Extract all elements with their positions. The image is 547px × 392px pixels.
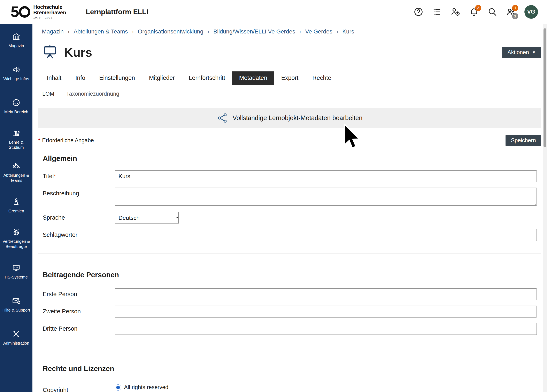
breadcrumb-separator: › [132, 28, 134, 35]
breadcrumb-separator: › [299, 28, 301, 35]
tab-lernfortschritt[interactable]: Lernfortschritt [182, 71, 232, 85]
erste-person-label: Erste Person [43, 288, 115, 297]
svg-text:?: ? [18, 302, 19, 303]
contacts-button[interactable]: 1 1 [506, 7, 516, 17]
section-title-rechte: Rechte und Lizenzen [43, 365, 537, 373]
breadcrumb-link-orgentwicklung[interactable]: Organisationsentwicklung [138, 28, 203, 35]
sidebar-item-abteilungen-teams[interactable]: Abteilungen & Teams [0, 156, 33, 189]
logo-ring [19, 6, 30, 18]
contacts-badge-bottom: 1 [512, 13, 518, 19]
app-title: Lernplattform ELLI [86, 8, 148, 16]
edit-full-metadata-label: Vollständige Lernobjekt-Metadaten bearbe… [233, 114, 362, 122]
tools-icon [12, 330, 21, 338]
save-button[interactable]: Speichern [506, 135, 541, 146]
form-row-copyright: Copyright All rights reserved [43, 384, 537, 392]
monitor-icon [12, 264, 21, 272]
sidebar-item-magazin[interactable]: Magazin [0, 24, 33, 57]
logo-50-anniversary: 5 [11, 3, 30, 20]
form-row-beschreibung: Beschreibung [43, 188, 537, 206]
sidebar-item-gremien[interactable]: Gremien [0, 189, 33, 222]
breadcrumb-link-magazin[interactable]: Magazin [42, 28, 64, 35]
main-content: Magazin › Abteilungen & Teams › Organisa… [33, 24, 547, 392]
form-row-titel: Titel* [43, 170, 537, 182]
subtab-lom[interactable]: LOM [42, 91, 55, 97]
subtab-bar: LOM Taxonomiezuordnung [33, 85, 547, 99]
section-title-beitragende: Beitragende Personen [43, 271, 537, 279]
megaphone-icon [12, 65, 21, 74]
form-row-dritte-person: Dritte Person [43, 323, 537, 335]
books-icon [12, 129, 21, 137]
actions-dropdown-button[interactable]: Aktionen ▼ [502, 47, 541, 58]
tab-einstellungen[interactable]: Einstellungen [92, 71, 142, 85]
form-row-zweite-person: Zweite Person [43, 306, 537, 318]
main-sidebar: Magazin Wichtige Infos Mein Bereich Lehr… [0, 24, 33, 392]
lectern-speaker-icon [12, 197, 21, 206]
tab-export[interactable]: Export [274, 71, 306, 85]
tab-rechte[interactable]: Rechte [305, 71, 338, 85]
erste-person-input[interactable] [115, 288, 537, 300]
smiley-icon [12, 98, 21, 107]
section-title-allgemein: Allgemein [43, 154, 537, 162]
bank-icon [12, 32, 21, 41]
dritte-person-label: Dritte Person [43, 323, 115, 332]
required-marker: * [38, 137, 41, 144]
tab-metadaten[interactable]: Metadaten [232, 71, 274, 85]
main-menu-button[interactable] [432, 7, 442, 17]
course-board-icon [42, 44, 58, 61]
beschreibung-label: Beschreibung [43, 188, 115, 197]
user-avatar[interactable]: VG [524, 5, 538, 19]
mail-help-icon: ? [12, 297, 21, 305]
sidebar-item-administration[interactable]: Administration [0, 321, 33, 354]
sidebar-item-hs-systeme[interactable]: HS-Systeme [0, 255, 33, 288]
breadcrumb-link-abteilungen[interactable]: Abteilungen & Teams [74, 28, 128, 35]
subtab-taxonomiezuordnung[interactable]: Taxonomiezuordnung [66, 91, 119, 97]
beschreibung-textarea[interactable] [115, 188, 537, 206]
breadcrumb-link-bildung[interactable]: Bildung/Wissen/ELLI Ve Gerdes [213, 28, 295, 35]
sidebar-item-hilfe-support[interactable]: ? Hilfe & Support [0, 288, 33, 321]
notifications-badge: 2 [475, 5, 481, 11]
schlagwoerter-input[interactable] [115, 229, 537, 241]
form-row-sprache: Sprache Deutsch [43, 212, 537, 224]
copyright-all-rights-radio[interactable] [115, 385, 121, 391]
sidebar-item-lehre-studium[interactable]: Lehre & Studium [0, 123, 33, 156]
breadcrumb-separator: › [207, 28, 209, 35]
breadcrumb-separator: › [68, 28, 70, 35]
dritte-person-input[interactable] [115, 323, 537, 335]
help-icon [414, 7, 423, 17]
zweite-person-input[interactable] [115, 306, 537, 318]
logo-years: 1975 – 2025 [33, 16, 66, 19]
schlagwoerter-label: Schlagwörter [43, 229, 115, 238]
top-header: 5 Hochschule Bremerhaven 1975 – 2025 Ler… [0, 0, 547, 24]
search-button[interactable] [487, 7, 497, 17]
form-row-schlagwoerter: Schlagwörter [43, 229, 537, 241]
edit-full-metadata-banner[interactable]: Vollständige Lernobjekt-Metadaten bearbe… [38, 108, 541, 128]
globe-people-icon [12, 228, 21, 237]
copyright-label: Copyright [43, 384, 115, 392]
titel-label: Titel [43, 173, 54, 179]
breadcrumb-link-ve-gerdes[interactable]: Ve Gerdes [305, 28, 332, 35]
tab-inhalt[interactable]: Inhalt [40, 71, 68, 85]
sidebar-item-vertretungen[interactable]: Vertretungen & Beauftragte [0, 222, 33, 255]
breadcrumb: Magazin › Abteilungen & Teams › Organisa… [33, 24, 547, 35]
form-row-erste-person: Erste Person [43, 288, 537, 300]
breadcrumb-separator: › [336, 28, 338, 35]
sidebar-item-mein-bereich[interactable]: Mein Bereich [0, 90, 33, 123]
sprache-select[interactable]: Deutsch [115, 212, 179, 224]
scrollbar-thumb[interactable] [544, 28, 546, 147]
search-icon [488, 7, 497, 17]
awareness-button[interactable] [451, 7, 460, 17]
university-logo[interactable]: 5 Hochschule Bremerhaven 1975 – 2025 [11, 3, 66, 20]
notifications-button[interactable]: 2 [469, 7, 479, 17]
tab-info[interactable]: Info [68, 71, 92, 85]
sidebar-item-wichtige-infos[interactable]: Wichtige Infos [0, 57, 33, 90]
breadcrumb-link-kurs[interactable]: Kurs [342, 28, 354, 35]
help-button[interactable] [414, 7, 423, 17]
titel-input[interactable] [115, 170, 537, 182]
tab-bar: Inhalt Info Einstellungen Mitglieder Ler… [38, 71, 541, 85]
tab-mitglieder[interactable]: Mitglieder [142, 71, 182, 85]
person-clock-icon [451, 7, 460, 17]
contacts-badge-top: 1 [512, 5, 518, 11]
vertical-scrollbar[interactable] [543, 24, 547, 392]
titel-required-marker: * [54, 173, 56, 179]
metadata-share-icon [217, 113, 228, 123]
